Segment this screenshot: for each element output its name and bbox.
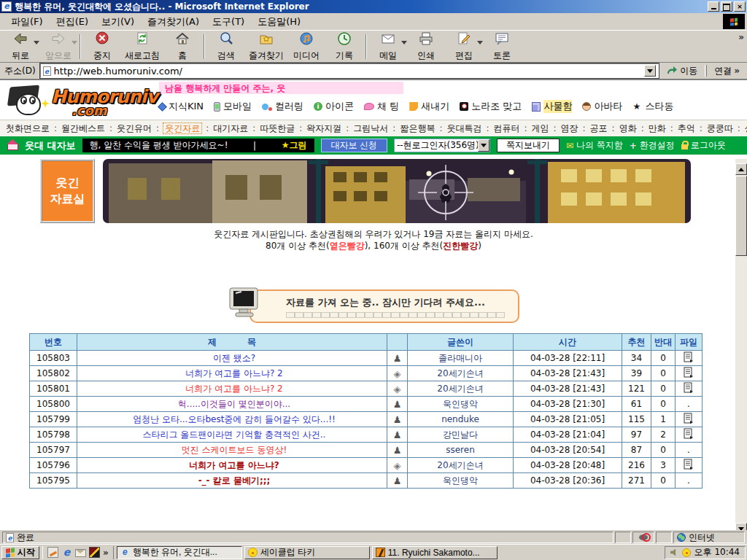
top-menu-item[interactable]: 스타동 [632, 100, 673, 113]
logout-link[interactable]: 로그아웃 [681, 139, 726, 152]
edit-dropdown[interactable] [477, 41, 483, 44]
links-grip[interactable] [705, 65, 707, 77]
favorites-button[interactable]: 즐겨찾기 [245, 32, 287, 61]
close-button[interactable]: × [734, 1, 746, 12]
toolbar-overflow-chevron[interactable]: » [738, 32, 744, 42]
nav-item[interactable]: 그림낙서 [341, 122, 388, 135]
mail-dropdown[interactable] [401, 41, 407, 44]
post-author[interactable]: 20세기손녀 [437, 384, 483, 394]
back-button[interactable]: 뒤로 [1, 32, 39, 61]
forward-dropdown[interactable] [71, 41, 77, 44]
file-attachment-icon[interactable] [684, 431, 694, 441]
minimize-button[interactable] [708, 1, 719, 12]
nav-item[interactable]: 상사가떴어요! [733, 122, 747, 135]
scrollbar-thumb[interactable] [735, 176, 747, 256]
top-menu-item[interactable]: 노라조 맞고 [460, 100, 522, 113]
nav-item[interactable]: 웃긴자료 [152, 122, 201, 135]
show-desktop-icon[interactable] [47, 547, 58, 558]
volume-icon[interactable] [670, 549, 678, 556]
post-author[interactable]: 20세기손녀 [437, 368, 483, 378]
top-menu-item[interactable]: 새내기 [409, 100, 449, 113]
ie-quicklaunch-icon[interactable]: e [61, 547, 72, 558]
stop-button[interactable]: 중지 [83, 32, 121, 61]
top-menu-item[interactable]: 아이콘 [314, 100, 354, 113]
address-dropdown[interactable] [644, 65, 656, 77]
nav-item[interactable]: 웃긴유머 [105, 122, 152, 135]
logged-in-select[interactable]: --현로그인자(356명) [394, 139, 490, 152]
post-title-link[interactable]: 이젠 됐소? [213, 353, 255, 363]
top-menu-item[interactable]: 아바타 [582, 100, 622, 113]
top-menu-item[interactable]: 모바일 [214, 100, 252, 113]
address-input[interactable]: e http://web.humoruniv.com/ [40, 63, 659, 78]
bulletin-marquee[interactable]: 행, 알찬 수익을 평생 받아가세요~! | ★그림 [82, 139, 314, 152]
humoruniv-logo[interactable]: Humoruniv .com [0, 80, 159, 120]
board-banner-image[interactable] [103, 159, 691, 223]
nav-item[interactable]: 공포 [578, 122, 608, 135]
nav-item[interactable]: 영화 [608, 122, 637, 135]
bulletin-apply-button[interactable]: 대자보 신청 [321, 139, 387, 152]
post-title-link[interactable]: 너희가 여고를 아느냐? [189, 460, 279, 470]
start-button[interactable]: 시작 [1, 546, 39, 559]
clock[interactable]: 오후 10:44 [694, 546, 740, 559]
post-title-link[interactable]: 엄청난 오타...오타best중에 감히 들어갈수 있다...!! [133, 414, 336, 424]
top-menu-item[interactable]: 사물함 [532, 100, 572, 113]
go-button[interactable]: 이동 [662, 63, 702, 79]
post-author[interactable]: sseren [446, 445, 475, 455]
post-title-link[interactable]: 멋진 스케이트보드 동영상! [182, 445, 287, 455]
history-button[interactable]: 기록 [325, 32, 363, 61]
edit-button[interactable]: 편집 [445, 32, 483, 61]
taskbar-task-button[interactable]: 11. Ryuichi Sakamoto... [372, 546, 498, 559]
send-note-button[interactable]: 쪽지보내기 [497, 139, 560, 152]
nav-item[interactable]: 첫화면으로 [6, 122, 50, 135]
file-attachment-icon[interactable] [684, 370, 694, 380]
back-dropdown[interactable] [34, 41, 39, 44]
outlook-icon[interactable] [75, 549, 86, 557]
post-author[interactable]: 욱인댕악 [443, 399, 478, 409]
post-title-link[interactable]: 헉.....이것들이 몇인분이야... [178, 399, 290, 409]
file-attachment-icon[interactable] [684, 416, 694, 426]
nav-item[interactable]: 따뜻한글 [248, 122, 295, 135]
menu-item[interactable]: 파일(F) [4, 13, 50, 31]
nav-item[interactable]: 월간베스트 [50, 122, 105, 135]
nav-item[interactable]: 컴퓨터 [481, 122, 519, 135]
media-player-icon[interactable] [89, 547, 100, 558]
file-attachment-icon[interactable] [684, 354, 694, 365]
forward-button[interactable]: 앞으로 [39, 32, 77, 61]
settings-link[interactable]: + 환경설정 [630, 139, 675, 152]
top-menu-item[interactable]: 채 팅 [364, 100, 399, 113]
nav-item[interactable]: 대기자료 [201, 122, 248, 135]
nav-item[interactable]: 쿵쿵따 [695, 122, 733, 135]
refresh-button[interactable]: 새로고침 [121, 32, 163, 61]
post-title-link[interactable]: 너희가 여고를 아느냐? 2 [185, 384, 282, 394]
scroll-up-button[interactable] [735, 163, 747, 175]
menu-item[interactable]: 보기(V) [95, 13, 141, 31]
media-button[interactable]: 미디어 [287, 32, 325, 61]
home-button[interactable]: 홈 [163, 32, 201, 61]
nav-item[interactable]: 추억 [666, 122, 695, 135]
links-button[interactable]: 연결 » [710, 63, 744, 79]
mail-button[interactable]: 메일 [369, 32, 407, 61]
search-button[interactable]: 검색 [207, 32, 245, 61]
nav-item[interactable]: 만화 [637, 122, 666, 135]
post-author[interactable]: 20세기손녀 [437, 460, 483, 470]
post-author[interactable]: 욱인댕악 [443, 475, 478, 486]
print-button[interactable]: 인쇄 [407, 32, 445, 61]
file-attachment-icon[interactable] [684, 385, 694, 395]
file-attachment-icon[interactable] [684, 462, 694, 472]
nav-item[interactable]: 왁자지껄 [295, 122, 341, 135]
scroll-down-button[interactable] [735, 523, 747, 530]
menu-item[interactable]: 도구(T) [206, 13, 251, 31]
my-notebox-link[interactable]: ✉ 나의 쪽지함 [566, 139, 623, 152]
nav-item[interactable]: 짧은행복 [388, 122, 435, 135]
menu-item[interactable]: 편집(E) [50, 13, 95, 31]
post-title-link[interactable]: 너희가 여고를 아느냐? 2 [185, 368, 282, 378]
menu-item[interactable]: 도움말(H) [251, 13, 307, 31]
quicklaunch-chevron[interactable]: » [103, 548, 109, 558]
post-author[interactable]: 졸라매니아 [438, 353, 482, 363]
nav-item[interactable]: 게임 [519, 122, 549, 135]
discuss-button[interactable]: 토론 [483, 32, 521, 61]
sayclub-tray-icon[interactable] [682, 548, 691, 557]
nav-item[interactable]: 웃대특검 [435, 122, 481, 135]
menu-item[interactable]: 즐겨찾기(A) [141, 13, 206, 31]
vertical-scrollbar[interactable] [735, 159, 747, 530]
